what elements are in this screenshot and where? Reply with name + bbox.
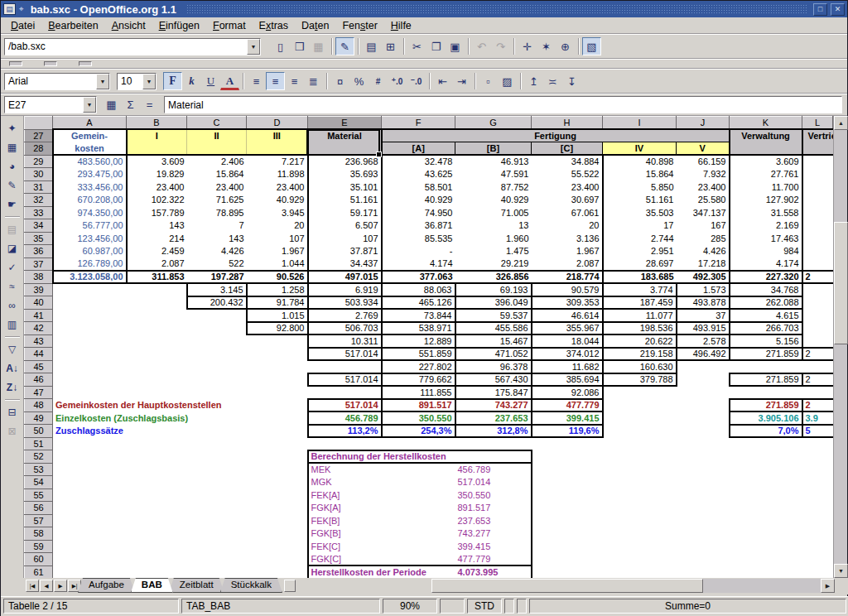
cell[interactable] [187, 476, 247, 489]
cell-G59[interactable]: 399.415 [455, 540, 532, 553]
previous-sheet-button[interactable]: ◀ [40, 580, 53, 592]
cell-I41[interactable]: 11.077 [603, 309, 677, 322]
cell[interactable] [127, 296, 187, 310]
cell-L38[interactable]: 2 [802, 271, 833, 284]
cell-E42[interactable]: 506.703 [308, 322, 382, 335]
cell-F48[interactable]: 891.517 [382, 399, 455, 412]
cell-G58[interactable]: 743.277 [455, 527, 532, 541]
cell-G46[interactable]: 567.430 [455, 373, 532, 387]
export-pdf-icon[interactable]: ▤ [362, 37, 381, 55]
sum-icon[interactable]: Σ [121, 96, 140, 114]
cell-A50[interactable]: Zuschlagssätze [53, 425, 308, 438]
cell[interactable] [677, 386, 730, 399]
cell[interactable] [730, 360, 802, 373]
row-header-27[interactable]: 27 [25, 129, 53, 142]
cell[interactable] [127, 437, 187, 450]
cell[interactable] [730, 553, 802, 566]
cell[interactable] [802, 155, 833, 168]
cell[interactable] [677, 450, 730, 464]
cell[interactable] [802, 565, 833, 578]
cell[interactable] [532, 540, 603, 553]
cell-K42[interactable]: 266.703 [730, 322, 802, 335]
cell[interactable] [730, 450, 802, 464]
cell-H32[interactable]: 30.697 [532, 194, 603, 207]
menu-einfügen[interactable]: Einfügen [152, 18, 206, 33]
cell[interactable] [802, 322, 833, 335]
cell[interactable] [802, 450, 833, 464]
cell-J35[interactable]: 285 [677, 232, 730, 245]
cell-G55[interactable]: 350.550 [455, 488, 532, 502]
cell[interactable] [677, 463, 730, 476]
cell-J40[interactable]: 493.878 [677, 296, 730, 310]
cell-I45[interactable]: 160.630 [603, 360, 677, 373]
cell[interactable] [127, 476, 187, 489]
cell[interactable] [677, 502, 730, 515]
bold-icon[interactable]: F [163, 72, 182, 90]
cell[interactable] [247, 360, 308, 373]
cell-H36[interactable]: 1.967 [532, 245, 603, 258]
formula-input[interactable] [165, 99, 841, 111]
cell-F50[interactable]: 254,3% [382, 425, 455, 438]
cell[interactable] [603, 488, 677, 502]
cell[interactable] [53, 527, 127, 541]
cell-F45[interactable]: 227.802 [382, 360, 455, 373]
cell-F31[interactable]: 58.501 [382, 180, 455, 194]
cell[interactable] [247, 373, 308, 387]
cell-L28[interactable] [802, 142, 833, 156]
cell-I29[interactable]: 40.898 [603, 155, 677, 168]
cell-J34[interactable]: 167 [677, 219, 730, 233]
cell-G38[interactable]: 326.856 [455, 271, 532, 284]
cell[interactable] [127, 527, 187, 541]
cell[interactable] [308, 437, 382, 450]
cell[interactable] [677, 425, 730, 438]
toolbar-handle[interactable] [9, 61, 22, 66]
cell[interactable] [127, 463, 187, 476]
cell-I42[interactable]: 198.536 [603, 322, 677, 335]
cell-F44[interactable]: 551.859 [382, 348, 455, 361]
cell-D37[interactable]: 1.044 [247, 257, 308, 271]
cell[interactable] [247, 386, 308, 399]
font-size-input[interactable] [118, 75, 142, 87]
cell-J36[interactable]: 4.426 [677, 245, 730, 258]
cell[interactable] [247, 527, 308, 541]
cell-B27[interactable]: I [127, 129, 187, 142]
cell-D30[interactable]: 11.898 [247, 168, 308, 181]
cell-L27[interactable]: Vertrieb [802, 129, 833, 142]
cell-E33[interactable]: 59.171 [308, 206, 382, 219]
cell-G47[interactable]: 175.847 [455, 386, 532, 399]
cell-H39[interactable]: 90.579 [532, 283, 603, 296]
cell-C39[interactable]: 3.145 [187, 283, 247, 296]
align-center-vertical-icon[interactable]: ≍ [543, 72, 562, 90]
row-header-51[interactable]: 51 [25, 437, 53, 450]
number-format-percent-icon[interactable]: % [349, 72, 369, 90]
cell[interactable] [730, 514, 802, 527]
row-header-53[interactable]: 53 [25, 463, 53, 476]
cell-H45[interactable]: 11.682 [532, 360, 603, 373]
maximize-button[interactable]: □ [813, 3, 827, 16]
copy-icon[interactable]: ❐ [426, 37, 446, 55]
cell-F40[interactable]: 465.126 [382, 296, 455, 310]
cell-B30[interactable]: 19.829 [127, 168, 187, 181]
menu-ansicht[interactable]: Ansicht [105, 18, 152, 33]
cell-I40[interactable]: 187.459 [603, 296, 677, 310]
cell[interactable] [127, 386, 187, 399]
cell-D40[interactable]: 91.784 [247, 296, 308, 310]
cell-H42[interactable]: 355.967 [532, 322, 603, 335]
cell-I37[interactable]: 28.697 [603, 257, 677, 271]
cell-K34[interactable]: 2.169 [730, 219, 802, 233]
cell-A27[interactable]: Gemein- [53, 129, 127, 142]
cell-C27[interactable]: II [187, 129, 247, 142]
cell[interactable] [53, 463, 127, 476]
cell[interactable] [802, 206, 833, 219]
spellcheck-icon[interactable]: ✓ [2, 257, 22, 277]
decrease-indent-icon[interactable]: ⇤ [433, 72, 452, 90]
cell-G29[interactable]: 46.913 [455, 155, 532, 168]
cell-F27[interactable]: Fertigung [382, 129, 730, 142]
cell-A32[interactable]: 670.208,00 [53, 194, 127, 207]
cell-G41[interactable]: 59.537 [455, 309, 532, 322]
cell-E54[interactable]: MGK [308, 476, 382, 489]
cell-I38[interactable]: 183.685 [603, 271, 677, 284]
insert-icon[interactable]: ✦ [2, 118, 22, 137]
cell-D38[interactable]: 90.526 [247, 271, 308, 284]
cell-K33[interactable]: 31.558 [730, 206, 802, 219]
